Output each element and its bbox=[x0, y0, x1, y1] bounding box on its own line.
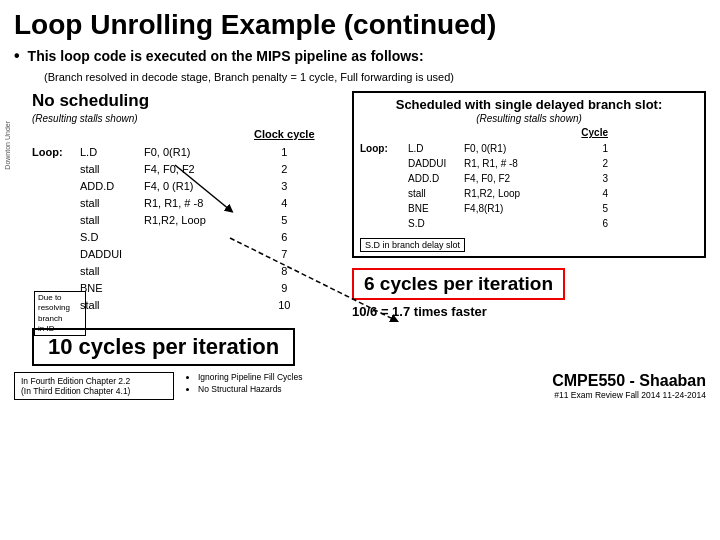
page-title: Loop Unrolling Example (continued) bbox=[14, 10, 706, 41]
due-resolving-box: Due toresolvingbranchin ID bbox=[34, 291, 86, 337]
scheduled-title: Scheduled with single delayed branch slo… bbox=[360, 97, 698, 112]
bullet-2: No Structural Hazards bbox=[198, 384, 542, 394]
bottom-middle: Ignoring Pipeline Fill Cycles No Structu… bbox=[184, 372, 542, 396]
no-scheduling-subtitle: (Resulting stalls shown) bbox=[32, 113, 344, 124]
bottom-left-box: In Fourth Edition Chapter 2.2 (In Third … bbox=[14, 372, 174, 400]
no-scheduling-title: No scheduling bbox=[32, 91, 344, 111]
right-section: Scheduled with single delayed branch slo… bbox=[352, 91, 706, 366]
six-cycles-box: 6 cycles per iteration bbox=[352, 268, 565, 300]
cmpe-title: CMPE550 - Shaaban bbox=[552, 372, 706, 390]
subtitle: This loop code is executed on the MIPS p… bbox=[28, 48, 424, 64]
scheduled-box: Scheduled with single delayed branch slo… bbox=[352, 91, 706, 258]
bottom-left-line2: (In Third Edition Chapter 4.1) bbox=[21, 386, 167, 396]
cycle-header: Cycle bbox=[576, 127, 608, 141]
subtitle-paren: (Branch resolved in decode stage, Branch… bbox=[44, 71, 454, 83]
scheduled-subtitle: (Resulting stalls shown) bbox=[360, 113, 698, 124]
times-faster: 10/6 = 1.7 times faster bbox=[352, 304, 706, 319]
bottom-row: In Fourth Edition Chapter 2.2 (In Third … bbox=[14, 372, 706, 400]
bottom-left-line1: In Fourth Edition Chapter 2.2 bbox=[21, 376, 167, 386]
vertical-label: Downton Under bbox=[4, 121, 11, 170]
bullet-1: Ignoring Pipeline Fill Cycles bbox=[198, 372, 542, 382]
left-section: Downton Under No scheduling (Resulting s… bbox=[14, 91, 344, 366]
page: Loop Unrolling Example (continued) • Thi… bbox=[0, 0, 720, 540]
exam-info: #11 Exam Review Fall 2014 11-24-2014 bbox=[552, 390, 706, 400]
sd-branch-delay-box: S.D in branch delay slot bbox=[360, 238, 465, 252]
clock-cycle-header: Clock cycle bbox=[254, 128, 315, 144]
